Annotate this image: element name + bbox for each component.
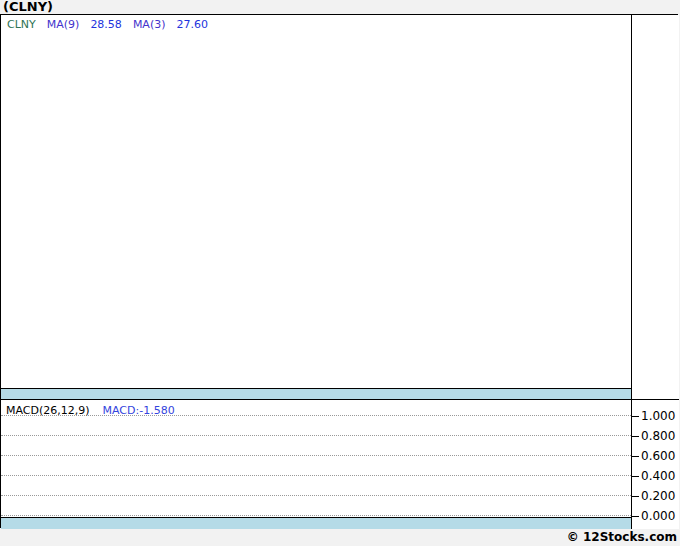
- ma9-value: 28.58: [90, 18, 122, 31]
- ma3-label: MA(3): [133, 18, 166, 31]
- gridline-0400: [1, 475, 631, 476]
- panel-separator-band: [1, 388, 631, 400]
- macd-y-axis: 1.000 0.800 0.600 0.400 0.200: [632, 399, 679, 529]
- tick-mark: [632, 476, 639, 477]
- gridline-0600: [1, 455, 631, 456]
- y-axis-label: 0.000: [641, 509, 675, 523]
- macd-value-label: MACD:-1.580: [103, 404, 175, 417]
- gridline-0000: [1, 515, 631, 516]
- y-axis-tick-row: 0.800: [632, 429, 675, 443]
- macd-panel: MACD(26,12,9) MACD:-1.580: [1, 400, 631, 517]
- ma9-label: MA(9): [47, 18, 80, 31]
- tick-mark: [632, 436, 639, 437]
- bottom-band: [1, 517, 631, 529]
- macd-legend: MACD(26,12,9) MACD:-1.580: [6, 404, 175, 417]
- y-axis-label: 0.200: [641, 489, 675, 503]
- chart-frame: CLNY MA(9) 28.58 MA(3) 27.60 MACD(26,12,…: [0, 14, 678, 528]
- gridline-0800: [1, 435, 631, 436]
- macd-indicator-label: MACD(26,12,9): [6, 404, 90, 417]
- price-legend: CLNY MA(9) 28.58 MA(3) 27.60: [7, 18, 208, 31]
- y-axis-label: 0.400: [641, 469, 675, 483]
- y-axis-label: 1.000: [641, 409, 675, 423]
- tick-mark: [632, 496, 639, 497]
- page-title: (CLNY): [3, 0, 53, 14]
- y-axis-column: 1.000 0.800 0.600 0.400 0.200: [631, 15, 679, 529]
- ticker-symbol: CLNY: [7, 18, 36, 31]
- watermark-credit: © 12Stocks.com: [567, 530, 677, 546]
- y-axis-tick-row: 0.600: [632, 449, 675, 463]
- y-axis-tick-row: 0.200: [632, 489, 675, 503]
- price-panel: CLNY MA(9) 28.58 MA(3) 27.60: [1, 15, 631, 388]
- y-axis-tick-row: 0.400: [632, 469, 675, 483]
- y-axis-tick-row: 0.000: [632, 509, 675, 523]
- stock-chart-page: (CLNY) CLNY MA(9) 28.58 MA(3) 27.60 MACD…: [0, 0, 680, 546]
- y-axis-label: 0.800: [641, 429, 675, 443]
- y-axis-label: 0.600: [641, 449, 675, 463]
- tick-mark: [632, 456, 639, 457]
- tick-mark: [632, 516, 639, 517]
- ma3-value: 27.60: [176, 18, 208, 31]
- gridline-0200: [1, 495, 631, 496]
- y-axis-tick-row: 1.000: [632, 409, 675, 423]
- tick-mark: [632, 416, 639, 417]
